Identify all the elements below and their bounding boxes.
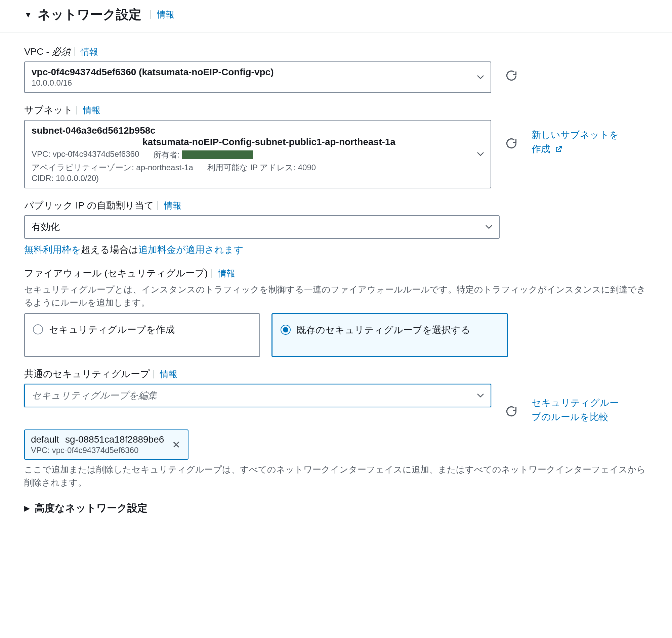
vpc-label: VPC xyxy=(24,46,44,57)
create-subnet-link[interactable]: 新しいサブネットを作成 xyxy=(531,128,619,157)
free-tier-link-1[interactable]: 無料利用枠を xyxy=(24,245,81,255)
radio-create-label: セキュリティグループを作成 xyxy=(49,323,175,336)
chevron-down-icon xyxy=(486,225,492,229)
subnet-label-row: サブネット 情報 xyxy=(24,104,652,117)
advanced-network-toggle[interactable]: ▶ 高度なネットワーク設定 xyxy=(24,501,652,515)
vpc-required: 必須 xyxy=(52,46,70,57)
common-sg-select[interactable]: セキュリティグループを編集 xyxy=(24,384,491,407)
section-title-text: ネットワーク設定 xyxy=(38,6,142,23)
network-settings-panel: VPC - 必須 情報 vpc-0f4c94374d5ef6360 (katsu… xyxy=(0,33,672,527)
common-sg-field: 共通のセキュリティグループ 情報 セキュリティグループを編集 セキュリティグルー… xyxy=(24,368,652,489)
section-title: ネットワーク設定 xyxy=(38,6,142,23)
firewall-radio-group: セキュリティグループを作成 既存のセキュリティグループを選択する xyxy=(24,313,508,357)
firewall-field: ファイアウォール (セキュリティグループ) 情報 セキュリティグループとは、イン… xyxy=(24,267,652,357)
subnet-info-link[interactable]: 情報 xyxy=(73,104,100,116)
firewall-info-link[interactable]: 情報 xyxy=(208,268,235,279)
sg-refresh-button[interactable] xyxy=(501,401,522,421)
common-sg-helper: ここで追加または削除したセキュリティグループは、すべてのネットワークインターフェ… xyxy=(24,463,652,489)
vpc-label-row: VPC - 必須 情報 xyxy=(24,45,652,58)
external-link-icon xyxy=(555,143,562,157)
subnet-label: サブネット xyxy=(24,104,73,117)
free-tier-link-2[interactable]: 追加料金が適用されます xyxy=(138,245,244,255)
subnet-owner: 所有者: xyxy=(153,149,252,160)
chevron-down-icon xyxy=(477,75,484,79)
advanced-label: 高度なネットワーク設定 xyxy=(35,501,148,515)
chevron-down-icon xyxy=(477,393,484,398)
public-ip-info-link[interactable]: 情報 xyxy=(154,200,181,212)
firewall-description: セキュリティグループとは、インスタンスのトラフィックを制御する一連のファイアウォ… xyxy=(24,283,652,309)
network-settings-header[interactable]: ▼ ネットワーク設定 情報 xyxy=(0,0,672,33)
radio-existing-sg[interactable]: 既存のセキュリティグループを選択する xyxy=(272,313,508,357)
common-sg-placeholder: セキュリティグループを編集 xyxy=(32,389,474,402)
radio-create-sg[interactable]: セキュリティグループを作成 xyxy=(24,313,260,357)
radio-existing-label: 既存のセキュリティグループを選択する xyxy=(297,324,470,336)
radio-icon xyxy=(33,324,43,334)
public-ip-select[interactable]: 有効化 xyxy=(24,215,499,239)
subnet-cidr: CIDR: 10.0.0.0/20) xyxy=(32,173,474,183)
sg-token-vpc: VPC: vpc-0f4c94374d5ef6360 xyxy=(31,446,164,455)
vpc-info-link[interactable]: 情報 xyxy=(70,46,98,58)
vpc-cidr: 10.0.0.0/16 xyxy=(32,78,474,88)
remove-token-button[interactable]: ✕ xyxy=(171,439,182,451)
common-sg-label: 共通のセキュリティグループ xyxy=(24,368,150,381)
public-ip-field: パブリック IP の自動割り当て 情報 有効化 無料利用枠を超える場合は追加料金… xyxy=(24,199,652,256)
subnet-az: アベイラビリティーゾーン: ap-northeast-1a xyxy=(32,162,193,173)
vpc-value: vpc-0f4c94374d5ef6360 (katsumata-noEIP-C… xyxy=(32,67,474,78)
sg-token: defaultsg-08851ca18f2889be6 VPC: vpc-0f4… xyxy=(24,430,189,460)
common-sg-info-link[interactable]: 情報 xyxy=(150,368,177,380)
sg-token-title: defaultsg-08851ca18f2889be6 xyxy=(31,434,164,445)
redacted-owner xyxy=(182,150,253,159)
public-ip-value: 有効化 xyxy=(32,221,482,233)
vpc-select[interactable]: vpc-0f4c94374d5ef6360 (katsumata-noEIP-C… xyxy=(24,62,491,93)
subnet-refresh-button[interactable] xyxy=(501,133,522,153)
public-ip-label-row: パブリック IP の自動割り当て 情報 xyxy=(24,199,652,212)
subnet-field: サブネット 情報 subnet-046a3e6d5612b958c katsum… xyxy=(24,104,652,188)
subnet-select[interactable]: subnet-046a3e6d5612b958c katsumata-noEIP… xyxy=(24,120,491,188)
compare-sg-rules-link[interactable]: セキュリティグループのルールを比較 xyxy=(531,396,619,424)
firewall-label-row: ファイアウォール (セキュリティグループ) 情報 xyxy=(24,267,652,280)
public-ip-label: パブリック IP の自動割り当て xyxy=(24,199,154,212)
subnet-available-ip: 利用可能な IP アドレス: 4090 xyxy=(207,162,316,173)
collapse-caret-icon: ▼ xyxy=(24,10,32,19)
subnet-id: subnet-046a3e6d5612b958c xyxy=(32,125,474,136)
firewall-label: ファイアウォール (セキュリティグループ) xyxy=(24,267,208,280)
subnet-vpc: VPC: vpc-0f4c94374d5ef6360 xyxy=(32,149,139,160)
radio-icon xyxy=(281,325,291,335)
free-tier-notice: 無料利用枠を超える場合は追加料金が適用されます xyxy=(24,244,652,256)
subnet-name: katsumata-noEIP-Config-subnet-public1-ap… xyxy=(143,137,474,147)
vpc-field: VPC - 必須 情報 vpc-0f4c94374d5ef6360 (katsu… xyxy=(24,45,652,93)
expand-caret-icon: ▶ xyxy=(24,504,30,513)
chevron-down-icon xyxy=(477,152,484,156)
vpc-refresh-button[interactable] xyxy=(501,66,522,86)
header-info-link[interactable]: 情報 xyxy=(147,9,175,20)
common-sg-label-row: 共通のセキュリティグループ 情報 xyxy=(24,368,652,381)
